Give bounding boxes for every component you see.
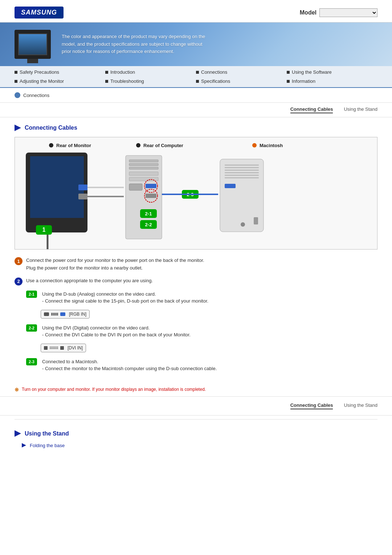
dvi-pin-grid bbox=[50, 347, 58, 349]
nav-item-adjusting[interactable]: Adjusting the Monitor bbox=[15, 77, 105, 85]
nav-item-introduction[interactable]: Introduction bbox=[105, 68, 196, 76]
port-image-rgb: [RGB IN] bbox=[41, 310, 90, 319]
port-connector-right bbox=[60, 312, 65, 316]
svg-text:2-1: 2-1 bbox=[145, 211, 152, 216]
nav-label: Introduction bbox=[110, 69, 135, 75]
nav-bullet bbox=[15, 71, 17, 74]
note-text: Turn on your computer and monitor. If yo… bbox=[22, 387, 206, 392]
model-area: Model bbox=[300, 8, 377, 17]
section-title-stand: Using the Stand bbox=[15, 430, 377, 437]
port-connector-left bbox=[44, 312, 49, 316]
bottom-sub-tabs: Connecting Cables Using the Stand bbox=[0, 396, 392, 416]
nav-label: Troubleshooting bbox=[110, 78, 144, 84]
instruction-num-2: 2 bbox=[15, 278, 23, 285]
nav-bullet bbox=[287, 71, 290, 74]
connecting-cables-section: Connecting Cables Rear of Monitor Rear o… bbox=[0, 117, 392, 257]
svg-text:Macintosh: Macintosh bbox=[260, 143, 283, 148]
section-arrow-icon-stand bbox=[15, 430, 21, 437]
svg-rect-38 bbox=[225, 172, 259, 173]
svg-text:1: 1 bbox=[42, 227, 46, 233]
svg-rect-10 bbox=[78, 194, 87, 199]
using-stand-title: Using the Stand bbox=[25, 430, 69, 437]
nav-label: Using the Software bbox=[292, 69, 332, 75]
instr-sub-item-2-3: 2-3 Connected to a Macintosh. - Connect … bbox=[26, 358, 377, 372]
sub-tabs-top: Connecting Cables Using the Stand bbox=[0, 103, 392, 117]
nav-label: Information bbox=[292, 78, 315, 84]
cables-diagram: Rear of Monitor Rear of Computer Macinto… bbox=[15, 137, 377, 250]
svg-point-3 bbox=[136, 143, 140, 147]
using-stand-section: Using the Stand Folding the base bbox=[0, 423, 392, 455]
svg-rect-9 bbox=[78, 185, 87, 190]
svg-rect-40 bbox=[225, 177, 259, 178]
bottom-sub-tab-using-stand[interactable]: Using the Stand bbox=[344, 402, 377, 409]
instruction-text-1: Connect the power cord for your monitor … bbox=[26, 257, 204, 272]
sub-section-arrow-icon bbox=[22, 443, 26, 447]
svg-point-42 bbox=[241, 222, 245, 227]
svg-rect-20 bbox=[129, 172, 158, 175]
badge-2-2: 2-2 bbox=[26, 324, 37, 332]
note-line: ※ Turn on your computer and monitor. If … bbox=[0, 387, 392, 393]
nav-item-troubleshooting[interactable]: Troubleshooting bbox=[105, 77, 196, 85]
port-holes-vga bbox=[51, 313, 58, 316]
dvi-connector-right bbox=[60, 346, 64, 350]
svg-text:Rear of Monitor: Rear of Monitor bbox=[56, 143, 91, 148]
svg-rect-35 bbox=[225, 165, 259, 166]
bottom-sub-tab-connecting-cables[interactable]: Connecting Cables bbox=[290, 402, 333, 409]
nav-label: Specifications bbox=[201, 78, 230, 84]
instr-sub-item-2-1: 2-1 Using the D-sub (Analog) connector o… bbox=[26, 291, 377, 305]
note-mark: ※ bbox=[15, 387, 19, 393]
badge-2-3: 2-3 bbox=[26, 358, 37, 366]
section-arrow-icon bbox=[15, 125, 21, 131]
folding-base-row: Folding the base bbox=[22, 443, 377, 448]
svg-text:Rear of Computer: Rear of Computer bbox=[143, 143, 183, 148]
instr-sub-text-2-1: Using the D-sub (Analog) connector on th… bbox=[42, 291, 208, 305]
instr-sub-text-2-2: Using the DVI (Digital) connector on the… bbox=[42, 324, 191, 339]
instruction-text-2: Use a connection appropriate to the comp… bbox=[26, 277, 153, 285]
nav-item-information[interactable]: Information bbox=[287, 77, 377, 85]
banner-monitor-image bbox=[15, 30, 51, 59]
nav-item-connections[interactable]: Connections bbox=[196, 68, 287, 76]
page-header: SAMSUNG Model bbox=[0, 0, 392, 23]
product-banner: The color and appearance of the product … bbox=[0, 23, 392, 66]
breadcrumb: Connections bbox=[23, 93, 49, 98]
svg-point-1 bbox=[49, 143, 53, 147]
svg-point-5 bbox=[252, 143, 257, 147]
nav-item-specifications[interactable]: Specifications bbox=[196, 77, 287, 85]
rgb-in-port: [RGB IN] bbox=[41, 308, 377, 321]
section-title-connecting: Connecting Cables bbox=[15, 125, 377, 131]
nav-label: Safety Precautions bbox=[20, 69, 59, 75]
nav-bullet bbox=[287, 80, 290, 83]
dvi-in-port: [DVI IN] bbox=[41, 341, 377, 355]
badge-2-1: 2-1 bbox=[26, 291, 37, 298]
instruction-2: 2 Use a connection appropriate to the co… bbox=[15, 277, 377, 285]
connecting-cables-title: Connecting Cables bbox=[25, 125, 77, 131]
model-label: Model bbox=[300, 9, 317, 16]
instruction-sub-2-1: 2-1 Using the D-sub (Analog) connector o… bbox=[26, 291, 377, 372]
sub-tab-connecting-cables[interactable]: Connecting Cables bbox=[290, 106, 333, 113]
nav-bullet bbox=[15, 80, 17, 83]
model-select[interactable] bbox=[319, 8, 377, 17]
svg-rect-37 bbox=[225, 170, 259, 171]
nav-grid: Safety Precautions Introduction Connecti… bbox=[15, 68, 377, 85]
svg-rect-17 bbox=[129, 160, 158, 162]
svg-text:2-2: 2-2 bbox=[145, 222, 152, 227]
svg-rect-23 bbox=[146, 184, 156, 188]
nav-item-safety[interactable]: Safety Precautions bbox=[15, 68, 105, 76]
nav-bullet bbox=[105, 71, 108, 74]
svg-rect-25 bbox=[146, 194, 156, 198]
svg-rect-19 bbox=[129, 167, 158, 169]
instructions-list: 1 Connect the power cord for your monito… bbox=[0, 257, 392, 383]
folding-base-label: Folding the base bbox=[30, 443, 65, 448]
dvi-in-label: [DVI IN] bbox=[68, 345, 83, 351]
dvi-connector-left bbox=[44, 346, 48, 350]
diagram-svg: Rear of Monitor Rear of Computer Macinto… bbox=[15, 137, 377, 250]
rgb-in-label: [RGB IN] bbox=[69, 312, 86, 317]
svg-rect-39 bbox=[225, 175, 259, 176]
nav-bar: Safety Precautions Introduction Connecti… bbox=[0, 66, 392, 88]
svg-rect-8 bbox=[30, 156, 84, 218]
nav-item-software[interactable]: Using the Software bbox=[287, 68, 377, 76]
nav-label: Connections bbox=[201, 69, 227, 75]
sub-tab-using-stand[interactable]: Using the Stand bbox=[344, 106, 377, 113]
svg-rect-41 bbox=[225, 184, 236, 188]
nav-bullet bbox=[105, 80, 108, 83]
